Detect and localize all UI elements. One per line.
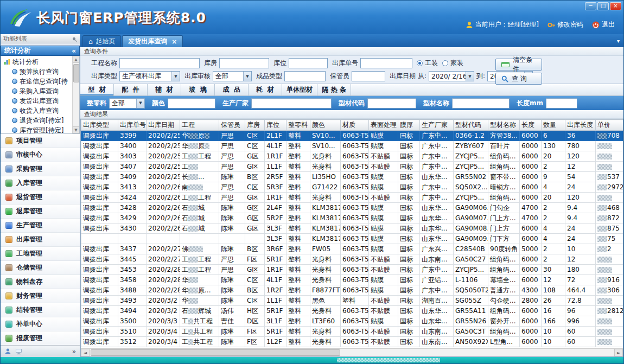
tab-close-icon[interactable]: × bbox=[171, 38, 177, 46]
manufacturer-input[interactable] bbox=[251, 98, 332, 108]
table-row[interactable]: 调拨出库34582020/2/28华陈琳C区4L1F整料光身料6063-T5贴膜… bbox=[81, 275, 623, 285]
table-row[interactable]: 调拨出库34092020/2/25长...陈琳B区2R5F整料LI35HO606… bbox=[81, 172, 623, 182]
table-row[interactable]: 调拨出库34292020/2/26石城陈琳G区5R2F整料KLM38176063… bbox=[81, 213, 623, 223]
material-tab[interactable]: 玻 璃 bbox=[181, 84, 215, 95]
keeper-input[interactable] bbox=[352, 71, 385, 81]
table-row[interactable]: 3L3F整料KLM38176063-T5贴膜国标山东华...GA90M09...… bbox=[81, 234, 623, 244]
location-input[interactable] bbox=[289, 58, 328, 68]
column-header[interactable]: 数量 bbox=[542, 120, 565, 131]
material-tab[interactable]: 耗 材 bbox=[249, 84, 282, 95]
profile-name-input[interactable] bbox=[452, 98, 510, 108]
column-header[interactable]: 长度 bbox=[520, 120, 542, 131]
profile-code-input[interactable] bbox=[367, 98, 416, 108]
logout-button[interactable]: 退出 bbox=[592, 20, 615, 29]
table-row[interactable]: 调拨出库34452020/2/27工工程严思F区5R1F整料光身料6063-T5… bbox=[81, 254, 623, 265]
table-row[interactable]: 调拨出库34932020/3/2华陈琳C区1L1F整料黑色塑料不贴膜国标湖南百.… bbox=[81, 296, 623, 306]
tree-root[interactable]: 统计分析 bbox=[4, 57, 72, 67]
column-header[interactable]: 出库类型 bbox=[81, 120, 118, 131]
sidebar-item-purchase[interactable]: 采购管理 bbox=[1, 162, 80, 176]
audit-select[interactable]: 全部▼ bbox=[213, 71, 252, 81]
horizontal-scrollbar[interactable]: ◄ ► bbox=[81, 348, 623, 356]
sidebar-item-finance[interactable]: 财务管理 bbox=[1, 289, 80, 303]
column-header[interactable]: 出库长度 bbox=[565, 120, 596, 131]
table-row[interactable]: 调拨出库34032020/2/25工工程严思G区1R1F整料光身料6063-T5… bbox=[81, 151, 623, 162]
user-small-icon[interactable] bbox=[4, 348, 11, 355]
sidebar-item-return-stock[interactable]: 退库管理 bbox=[1, 205, 80, 219]
tab-overflow-icon[interactable]: ▾ bbox=[617, 38, 620, 44]
table-row[interactable]: 调拨出库34242020/2/26工工程严思G区1R1F整料光身料6063-T5… bbox=[81, 193, 623, 203]
column-header[interactable]: 出库单号 bbox=[118, 120, 147, 131]
minimize-button[interactable]: ─ bbox=[585, 2, 596, 10]
tree-item[interactable]: 库存管理[待定] bbox=[4, 125, 72, 134]
sidebar-item-scrap[interactable]: 报废管理 bbox=[1, 331, 80, 345]
table-row[interactable]: 调拨出库34282020/2/26石城陈琳G区2L4F整料KLM38176063… bbox=[81, 203, 623, 213]
tree-item[interactable]: 在途信息查询[待 bbox=[4, 76, 72, 86]
material-tab[interactable]: 隔 热 条 bbox=[317, 84, 351, 95]
whole-scrap-select[interactable]: 全部▼ bbox=[109, 98, 145, 108]
column-header[interactable]: 库位 bbox=[265, 120, 286, 131]
column-header[interactable]: 出库日期 bbox=[147, 120, 180, 131]
table-row[interactable]: 调拨出库34532020/2/28工工程严思G区1R1F整料光身料6063-T5… bbox=[81, 265, 623, 275]
column-header[interactable]: 表面处理 bbox=[369, 120, 398, 131]
column-header[interactable]: 型材代码 bbox=[454, 120, 488, 131]
table-row[interactable]: 调拨出库33992020/2/25华原严思C区2L1F整料SV10...6063… bbox=[81, 131, 623, 141]
column-header[interactable]: 保管员 bbox=[219, 120, 245, 131]
radio-gongzhuang[interactable]: 工装 bbox=[417, 59, 438, 68]
scroll-up-icon[interactable]: ▲ bbox=[73, 56, 80, 63]
scroll-thumb[interactable] bbox=[73, 64, 79, 82]
pin-icon[interactable] bbox=[72, 36, 76, 40]
tree-item[interactable]: 收货入库查询 bbox=[4, 106, 72, 116]
sidebar-item-outbound[interactable]: 出库管理 bbox=[1, 233, 80, 247]
sidebar-item-production[interactable]: 生产管理 bbox=[1, 219, 80, 233]
material-tab[interactable]: 成 品 bbox=[215, 84, 249, 95]
chevron-down-icon[interactable]: ▼ bbox=[243, 72, 251, 81]
warehouse-input[interactable] bbox=[219, 58, 269, 68]
table-row[interactable]: 调拨出库35002020/3/3工共工程曹佳D区3L1F整料LT3F606063… bbox=[81, 316, 623, 327]
table-row[interactable]: 调拨出库34002020/2/25华原严思C区4L1F整料SV10...6063… bbox=[81, 141, 623, 151]
clear-conditions-button[interactable]: 清空条件 bbox=[495, 59, 542, 71]
chevron-down-icon[interactable]: ▼ bbox=[466, 72, 474, 81]
material-tab[interactable]: 单体型材 bbox=[282, 84, 317, 95]
column-header[interactable]: 工程 bbox=[180, 120, 219, 131]
sidebar-item-return-goods[interactable]: 退货管理 bbox=[1, 190, 80, 205]
sidebar-item-inbound[interactable]: 入库管理 bbox=[1, 176, 80, 190]
tab-start-page[interactable]: ⌂ 起始页 bbox=[82, 35, 121, 47]
change-password-link[interactable]: 修改密码 bbox=[547, 20, 583, 29]
sidebar-item-project[interactable]: 项目管理 bbox=[1, 134, 80, 148]
table-row[interactable]: 调拨出库34132020/2/26南严思C区5R3F整料G714226063-T… bbox=[81, 182, 623, 193]
scroll-down-icon[interactable]: ▼ bbox=[73, 126, 80, 133]
table-row[interactable]: 调拨出库34372020/2/27佛陈琳B区3R6F整料FW056063-T5贴… bbox=[81, 244, 623, 254]
column-header[interactable]: 膜厚 bbox=[398, 120, 420, 131]
table-row[interactable]: 调拨出库34302020/2/26石城陈琳G区3L3F整料KLM38176063… bbox=[81, 223, 623, 234]
project-name-input[interactable] bbox=[119, 58, 200, 68]
table-row[interactable]: 调拨出库35122020/3/4工共工程陈琳F区1L2F整料光身料6063-T5… bbox=[81, 337, 623, 347]
date-from-select[interactable]: 2020/ 2/16▼ bbox=[429, 71, 474, 81]
hscroll-thumb[interactable] bbox=[91, 349, 340, 356]
tree-item[interactable]: 预算执行查询 bbox=[4, 67, 72, 76]
column-header[interactable]: 型材名称 bbox=[488, 120, 520, 131]
color-input[interactable] bbox=[168, 98, 215, 108]
table-row[interactable]: 调拨出库34882020/2/28华原...陈琳B区1R2F整料F8877FT6… bbox=[81, 285, 623, 296]
maximize-button[interactable]: □ bbox=[597, 2, 609, 10]
sidebar-item-carryover[interactable]: 结转管理 bbox=[1, 303, 80, 317]
sidebar-item-replenish[interactable]: 补单中心 bbox=[1, 317, 80, 331]
sidebar-item-inventory[interactable]: 物料盘存 bbox=[1, 275, 80, 289]
product-type-input[interactable] bbox=[284, 71, 326, 81]
scroll-right-icon[interactable]: ► bbox=[614, 349, 623, 356]
search-button[interactable]: 查 询 bbox=[495, 73, 542, 85]
more-buttons-icon[interactable]: » bbox=[72, 348, 76, 355]
column-header[interactable]: 库房 bbox=[245, 120, 265, 131]
tab-shipment-outbound-query[interactable]: 发货出库查询 × bbox=[122, 35, 183, 47]
tree-item[interactable]: 采购入库查询 bbox=[4, 86, 72, 96]
column-header[interactable]: 材质 bbox=[341, 120, 369, 131]
sidebar-item-warehouse[interactable]: 仓储管理 bbox=[1, 261, 80, 275]
sidebar-item-audit[interactable]: 审核中心 bbox=[1, 148, 80, 162]
chevron-down-icon[interactable]: ▼ bbox=[171, 72, 180, 81]
column-header[interactable]: 整零料 bbox=[286, 120, 310, 131]
order-no-input[interactable] bbox=[360, 58, 412, 68]
column-header[interactable]: 颜色 bbox=[310, 120, 341, 131]
outbound-type-select[interactable]: 生产领料出库▼ bbox=[119, 71, 180, 81]
table-row[interactable]: 调拨出库34942020/3/2石辉城汤伟H区5R1F整料光身料6063-T5不… bbox=[81, 306, 623, 316]
tree-item[interactable]: 退货查询[待定] bbox=[4, 116, 72, 125]
chevron-down-icon[interactable]: ▼ bbox=[136, 99, 144, 108]
